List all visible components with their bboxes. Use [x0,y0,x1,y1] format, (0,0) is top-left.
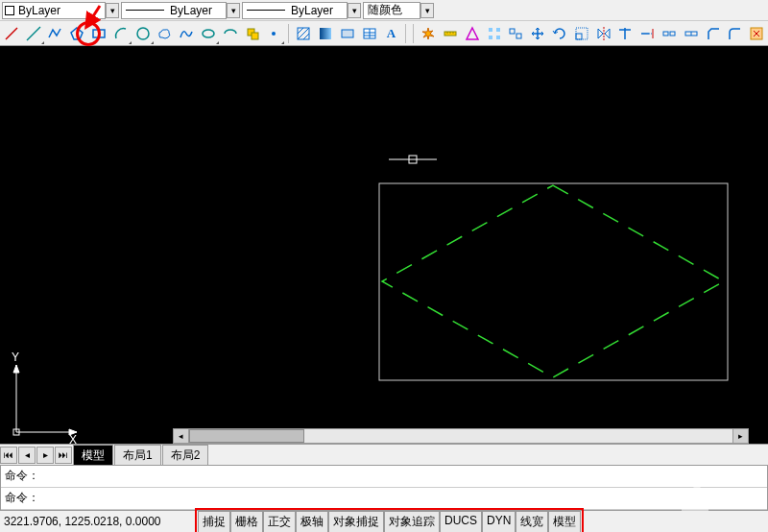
separator [405,24,406,43]
mtext-tool[interactable]: A [382,24,401,43]
table-tool[interactable] [360,24,379,43]
toggle-model[interactable]: 模型 [548,511,581,533]
ucs-x-label: X [69,433,77,444]
layout-tabs: ⏮ ◂ ▸ ⏭ 模型 布局1 布局2 [0,444,768,465]
tab-next-icon[interactable]: ▸ [36,447,54,464]
circle-tool[interactable] [133,24,153,43]
toggle-dyn[interactable]: DYN [482,511,516,533]
svg-rect-25 [489,28,492,32]
svg-rect-14 [320,28,331,39]
tab-first-icon[interactable]: ⏮ [0,447,17,464]
polyline-tool[interactable] [46,24,65,43]
tab-layout2[interactable]: 布局2 [162,445,209,466]
drawing-canvas[interactable]: Y X [0,46,768,444]
rotate-tool[interactable] [550,24,569,43]
toggle-osnap[interactable]: 对象捕捉 [328,511,384,533]
array-tool[interactable] [485,24,504,43]
hatch-tool[interactable] [294,24,313,43]
svg-rect-4 [93,30,105,37]
watermark: 系统之家 [682,488,760,511]
explode-tool[interactable] [419,24,438,43]
svg-point-5 [137,28,149,39]
layer-name: ByLayer [18,4,60,17]
scroll-right-icon[interactable]: ▸ [732,429,748,443]
svg-line-1 [6,28,17,39]
move-tool[interactable] [528,24,547,43]
properties-tool[interactable] [747,24,766,43]
lineweight-select[interactable]: ByLayer ▾ [242,2,361,19]
gradient-tool[interactable] [316,24,335,43]
scroll-left-icon[interactable]: ◂ [174,429,189,443]
ellipse-arc-tool[interactable] [221,24,240,43]
toggle-snap[interactable]: 捕捉 [198,511,230,533]
rectangle-tool[interactable] [89,24,108,43]
svg-marker-24 [467,28,478,39]
bounding-rect [379,183,728,380]
tab-last-icon[interactable]: ⏭ [55,447,72,464]
ellipse-tool[interactable] [199,24,218,43]
svg-rect-26 [496,28,500,32]
color-select[interactable]: 随颜色 ▾ [363,2,434,19]
chevron-down-icon[interactable]: ▾ [420,3,434,18]
svg-line-12 [298,28,309,39]
toggle-ortho[interactable]: 正交 [263,511,296,533]
scroll-track[interactable] [189,429,732,443]
fillet-tool[interactable] [725,24,744,43]
join-tool[interactable] [682,24,701,43]
svg-line-11 [298,28,303,34]
svg-line-2 [27,27,40,40]
svg-rect-8 [252,33,258,39]
break-tool[interactable] [660,24,679,43]
arc-tool[interactable] [111,24,131,43]
trim-tool[interactable] [615,24,635,43]
svg-marker-48 [13,365,19,373]
svg-rect-27 [489,36,492,39]
tab-model[interactable]: 模型 [73,445,113,466]
polygon-tool[interactable] [67,24,86,43]
spline-tool[interactable] [177,24,196,43]
status-toggles-group: 捕捉 栅格 正交 极轴 对象捕捉 对象追踪 DUCS DYN 线宽 模型 [195,508,584,533]
svg-point-9 [272,32,276,36]
status-bar: 3221.9706, 1225.0218, 0.0000 捕捉 栅格 正交 极轴… [0,511,768,532]
chevron-down-icon[interactable]: ▾ [348,3,361,18]
measure-tool[interactable] [441,24,460,43]
construction-line-tool[interactable] [24,24,43,43]
toggle-grid[interactable]: 栅格 [230,511,263,533]
extend-tool[interactable] [637,24,657,43]
horizontal-scrollbar[interactable]: ◂ ▸ [173,428,749,444]
line-tool[interactable] [2,24,21,43]
divide-tool[interactable] [463,24,482,43]
diamond-shape [382,185,724,377]
chamfer-tool[interactable] [704,24,723,43]
mirror-tool[interactable] [594,24,613,43]
svg-rect-30 [516,34,521,38]
svg-marker-3 [71,28,83,39]
scroll-thumb[interactable] [189,429,304,443]
svg-marker-33 [598,29,603,38]
separator [288,24,289,43]
command-history-line: 命令： [1,466,767,488]
toggle-otrack[interactable]: 对象追踪 [384,511,440,533]
point-tool[interactable] [265,24,284,43]
toggle-lwt[interactable]: 线宽 [516,511,548,533]
chevron-down-icon[interactable]: ▾ [106,3,119,18]
properties-toolbar: ByLayer ▾ ByLayer ▾ ByLayer ▾ 随颜色 ▾ [0,0,768,21]
tab-layout1[interactable]: 布局1 [114,445,161,466]
ucs-y-label: Y [12,351,19,364]
svg-rect-42 [670,32,675,36]
linetype-select[interactable]: ByLayer ▾ [121,2,240,19]
region-tool[interactable] [338,24,357,43]
revcloud-tool[interactable] [156,24,175,43]
svg-line-13 [303,34,309,39]
chevron-down-icon[interactable]: ▾ [227,3,240,18]
tab-prev-icon[interactable]: ◂ [18,447,36,464]
command-window[interactable]: 命令： 命令： [0,465,768,511]
align-tool[interactable] [506,24,525,43]
toggle-ducs[interactable]: DUCS [440,511,482,533]
layer-select[interactable]: ByLayer ▾ [2,2,119,19]
insert-block-tool[interactable] [243,24,262,43]
toggle-polar[interactable]: 极轴 [296,511,328,533]
svg-marker-34 [605,29,610,38]
svg-rect-41 [663,32,668,36]
scale-tool[interactable] [572,24,591,43]
